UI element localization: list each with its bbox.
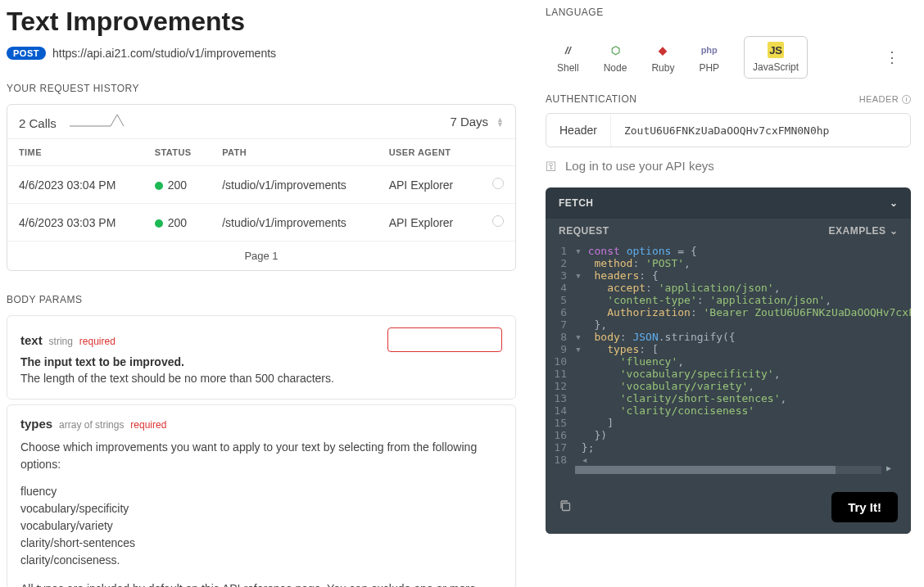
param-name: text <box>20 333 43 347</box>
col-agent: USER AGENT <box>378 139 477 166</box>
param-desc-strong: The input text to be improved. <box>20 355 502 368</box>
lang-tab-ruby[interactable]: ◆ Ruby <box>651 41 674 74</box>
status-dot-icon <box>155 182 163 190</box>
lang-label: PHP <box>699 62 719 74</box>
range-select[interactable]: 7 Days ▲▼ <box>450 115 504 129</box>
body-params-label: BODY PARAMS <box>7 294 516 305</box>
cell-agent: API Explorer <box>378 204 477 242</box>
updown-icon: ▲▼ <box>496 117 504 127</box>
col-time: TIME <box>7 139 143 166</box>
lang-label: Ruby <box>651 62 674 74</box>
lang-label: Node <box>604 62 627 74</box>
login-prompt[interactable]: ⚿ Log in to use your API keys <box>546 159 911 173</box>
cell-time: 4/6/2023 03:03 PM <box>7 204 143 242</box>
lang-label: JavaScript <box>753 61 799 73</box>
status-dot-icon <box>155 219 163 228</box>
col-status: STATUS <box>143 139 211 166</box>
copy-icon[interactable] <box>559 499 572 516</box>
sparkline-icon <box>70 113 127 130</box>
key-icon: ⚿ <box>546 160 557 173</box>
code-panel: FETCH ⌄ REQUEST EXAMPLES ⌄ 1▾ const opti… <box>546 187 911 534</box>
cell-agent: API Explorer <box>378 166 477 204</box>
code-request-label: REQUEST <box>559 225 609 237</box>
js-icon: JS <box>768 42 784 58</box>
cell-status: 200 <box>143 204 211 242</box>
param-options-list: fluency vocabulary/specificity vocabular… <box>20 483 502 569</box>
table-row[interactable]: 4/6/2023 03:04 PM 200 /studio/v1/improve… <box>7 166 515 204</box>
node-icon: ⬡ <box>606 41 624 59</box>
param-types: types array of strings required Choose w… <box>7 404 516 587</box>
chevron-down-icon: ⌄ <box>890 197 899 209</box>
param-required: required <box>130 419 166 431</box>
param-desc: Choose which improvements you want to ap… <box>20 439 502 473</box>
cell-path: /studio/v1/improvements <box>211 204 378 242</box>
php-icon: php <box>700 41 718 59</box>
param-text: text string required The input text to b… <box>7 315 516 400</box>
try-it-button[interactable]: Try It! <box>831 492 898 522</box>
auth-box: Header ZoutU6U6FNKzUaDaOOQHv7cxFMN0N0hp <box>546 113 911 147</box>
cell-status: 200 <box>143 166 211 204</box>
cell-path: /studio/v1/improvements <box>211 166 378 204</box>
page-title: Text Improvements <box>7 7 516 37</box>
endpoint-url: https://api.ai21.com/studio/v1/improveme… <box>52 47 276 60</box>
lang-tab-javascript[interactable]: JS JavaScript <box>744 36 808 79</box>
method-badge: POST <box>7 47 46 60</box>
info-icon: i <box>902 95 911 104</box>
endpoint-row: POST https://api.ai21.com/studio/v1/impr… <box>7 47 516 60</box>
history-table: TIME STATUS PATH USER AGENT 4/6/2023 03:… <box>7 139 515 242</box>
history-section-label: YOUR REQUEST HISTORY <box>7 83 516 94</box>
code-body[interactable]: 1▾ const options = {2 method: 'POST',3▾ … <box>546 242 911 481</box>
header-hint[interactable]: HEADER i <box>859 94 911 104</box>
horizontal-scrollbar[interactable]: ▶ <box>575 466 881 474</box>
shell-icon: // <box>559 41 577 59</box>
pagination: Page 1 <box>7 242 515 270</box>
row-info-icon[interactable] <box>476 204 515 242</box>
lang-tab-php[interactable]: php PHP <box>699 41 719 74</box>
col-path: PATH <box>211 139 378 166</box>
auth-value[interactable]: ZoutU6U6FNKzUaDaOOQHv7cxFMN0N0hp <box>611 115 842 147</box>
param-type: string <box>49 336 73 347</box>
chevron-down-icon: ⌄ <box>890 225 899 237</box>
auth-label: AUTHENTICATION <box>546 93 636 105</box>
param-text-input[interactable] <box>387 327 502 352</box>
calls-count: 2 Calls <box>19 116 57 130</box>
lang-tab-shell[interactable]: // Shell <box>557 41 579 74</box>
ruby-icon: ◆ <box>654 41 672 59</box>
param-type: array of strings <box>59 419 124 431</box>
table-row[interactable]: 4/6/2023 03:03 PM 200 /studio/v1/improve… <box>7 204 515 242</box>
more-icon[interactable]: ⋮ <box>885 48 899 66</box>
lang-label: Shell <box>557 62 579 74</box>
language-tabs: // Shell ⬡ Node ◆ Ruby php PHP JS JavaSc… <box>546 28 911 93</box>
auth-header-label: Header <box>546 114 611 147</box>
language-label: LANGUAGE <box>546 7 911 18</box>
param-desc: The length of the text should be no more… <box>20 370 502 387</box>
lang-tab-node[interactable]: ⬡ Node <box>604 41 627 74</box>
cell-time: 4/6/2023 03:04 PM <box>7 166 143 204</box>
svg-rect-0 <box>563 503 570 510</box>
param-required: required <box>79 336 116 347</box>
param-name: types <box>20 417 52 431</box>
code-tab-fetch[interactable]: FETCH ⌄ <box>546 187 911 219</box>
history-box: 2 Calls 7 Days ▲▼ TIME STATUS PATH USER … <box>7 104 516 271</box>
row-info-icon[interactable] <box>476 166 515 204</box>
examples-dropdown[interactable]: EXAMPLES ⌄ <box>828 225 898 237</box>
range-label: 7 Days <box>450 115 488 129</box>
param-footer: All types are included by default on thi… <box>20 580 502 587</box>
